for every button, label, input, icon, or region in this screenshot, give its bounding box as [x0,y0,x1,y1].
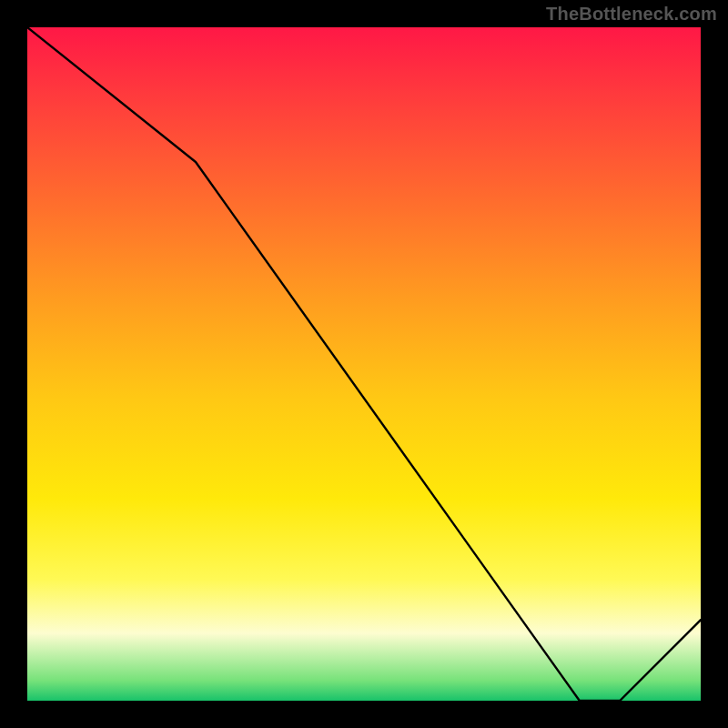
chart-svg [27,27,701,701]
series-line [27,27,701,701]
chart-frame: TheBottleneck.com [0,0,728,728]
watermark-text: TheBottleneck.com [546,4,717,25]
plot-area [27,27,701,701]
